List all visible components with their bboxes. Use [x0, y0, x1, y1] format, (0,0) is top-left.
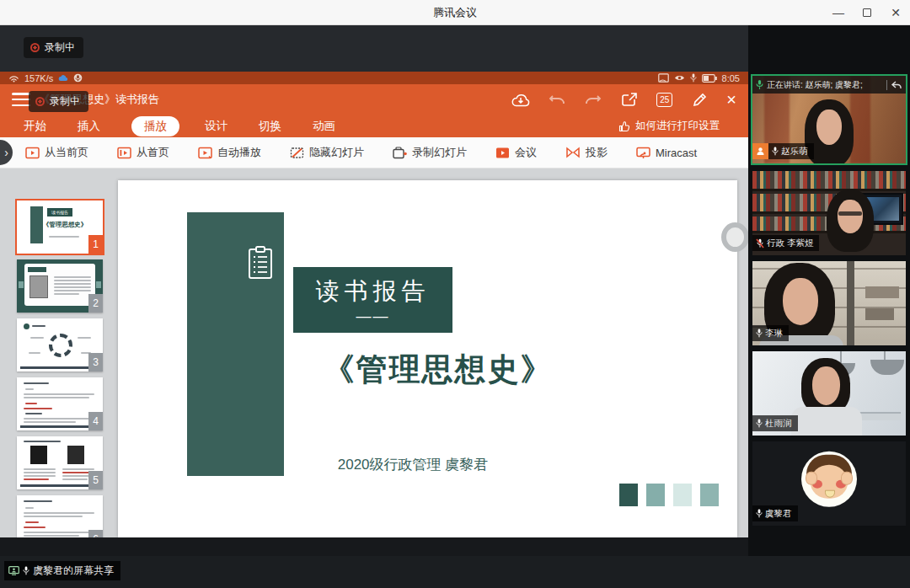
- slide-subtitle: 2020级行政管理 虞黎君: [295, 455, 531, 474]
- participants-sidebar: 正在讲话: 赵乐萌; 虞黎君; 赵乐萌: [748, 25, 910, 556]
- meeting-recording-badge: 录制中: [24, 37, 83, 58]
- thumb-portrait: [29, 275, 48, 298]
- menu-icon[interactable]: [12, 93, 30, 106]
- text-line: [24, 535, 79, 537]
- play-from-current-button[interactable]: 从当前页: [25, 145, 88, 160]
- thumb-title: 《管理思想史》: [39, 221, 91, 229]
- play-slide-icon: [25, 147, 40, 159]
- thumbnail-slide-2[interactable]: 2: [17, 259, 103, 313]
- participant-name-chip: 虞黎君: [752, 505, 798, 521]
- screen-share-badge[interactable]: 虞黎君的屏幕共享: [4, 561, 120, 580]
- decor-square: [646, 484, 665, 506]
- status-right: 8:05: [658, 73, 740, 83]
- thumbnail-slide-4[interactable]: 4: [17, 377, 103, 430]
- text-line: [25, 521, 39, 523]
- video-tile-yulijun[interactable]: 虞黎君: [752, 441, 906, 526]
- wps-close-icon[interactable]: ×: [726, 91, 736, 108]
- autoplay-icon: [198, 147, 212, 159]
- recording-label: 录制中: [45, 40, 75, 55]
- hide-slide-button[interactable]: 隐藏幻灯片: [290, 145, 364, 160]
- text-line: [25, 388, 34, 390]
- slide-title-badge: 读书报告 ——: [293, 267, 452, 333]
- nav-arrow-right: [96, 281, 101, 288]
- video-tile-zhaolemeng[interactable]: 正在讲话: 赵乐萌; 虞黎君; 赵乐萌: [752, 76, 906, 163]
- thumb-dot: [24, 323, 29, 329]
- scroll-handle[interactable]: [721, 222, 749, 252]
- host-badge-icon: [752, 143, 768, 159]
- tab-home[interactable]: 开始: [24, 119, 46, 134]
- text-line: [25, 507, 34, 509]
- text-line: [24, 516, 83, 517]
- thumb-portrait: [30, 446, 47, 464]
- text-line: [24, 475, 56, 477]
- meeting-icon: [495, 147, 510, 159]
- thumbs-up-icon: [618, 120, 630, 132]
- thumbnail-slide-6[interactable]: 6: [17, 495, 103, 537]
- main-slide-canvas[interactable]: 读书报告 —— 《管理思想史》 2020级行政管理 虞黎君: [118, 180, 737, 537]
- text-line: [54, 276, 91, 278]
- mic-status-icon: [73, 73, 83, 83]
- slide-number-badge: 1: [88, 235, 103, 254]
- tab-insert[interactable]: 插入: [78, 119, 100, 134]
- text-line: [24, 421, 76, 423]
- thumb-label: [28, 267, 46, 272]
- text-line: [78, 337, 91, 339]
- cloud-save-icon[interactable]: [511, 90, 530, 109]
- name-row: 杜雨润: [752, 415, 798, 431]
- thumbnail-slide-1[interactable]: 读书报告 《管理思想史》 1: [17, 200, 103, 254]
- projector-icon: [565, 147, 581, 158]
- play-from-start-button[interactable]: 从首页: [117, 145, 169, 160]
- screen-recording-badge: 录制中: [29, 91, 88, 112]
- mic-muted-icon: [756, 238, 764, 249]
- decor-square: [700, 484, 719, 506]
- autoplay-button[interactable]: 自动播放: [198, 145, 261, 160]
- network-speed-icon: [8, 74, 19, 83]
- thumb-title-badge: 读书报告: [47, 208, 72, 216]
- minimize-button[interactable]: —: [831, 5, 846, 20]
- text-line: [54, 280, 91, 281]
- mic-icon: [756, 329, 763, 338]
- share-icon[interactable]: [620, 90, 639, 109]
- clipboard-icon: [248, 246, 273, 280]
- text-line: [24, 441, 61, 442]
- video-tile-lilin[interactable]: 李琳: [752, 261, 906, 345]
- miracast-button[interactable]: Miracast: [636, 147, 697, 159]
- slide-number-badge: 4: [88, 412, 103, 430]
- window-titlebar: 腾讯会议 — ✕: [0, 0, 910, 25]
- cloud-sync-icon: [58, 75, 68, 82]
- screen-share-icon: [8, 566, 19, 575]
- hide-slide-icon: [290, 147, 304, 159]
- thumbnail-slide-5[interactable]: 5: [17, 436, 103, 489]
- close-button[interactable]: ✕: [888, 5, 903, 20]
- tab-animation[interactable]: 动画: [313, 119, 335, 134]
- page-count-badge[interactable]: 25: [656, 93, 672, 107]
- record-slide-button[interactable]: 录制幻灯片: [393, 145, 467, 160]
- participant-name-chip: 行政 李紫煜: [752, 235, 819, 251]
- project-button[interactable]: 投影: [565, 145, 608, 160]
- print-settings-tip[interactable]: 如何进行打印设置: [618, 119, 720, 133]
- reply-arrow-icon[interactable]: [891, 80, 902, 90]
- decor-square: [673, 484, 692, 506]
- play-first-icon: [117, 147, 131, 159]
- meeting-button[interactable]: 会议: [495, 145, 537, 160]
- video-tile-duyurun[interactable]: 杜雨润: [752, 351, 906, 436]
- text-line: [24, 478, 49, 480]
- miracast-icon: [636, 147, 650, 159]
- text-line: [24, 500, 52, 502]
- tab-transition[interactable]: 切换: [259, 119, 281, 134]
- undo-icon[interactable]: [548, 90, 566, 109]
- mic-icon: [756, 509, 763, 518]
- screen-share-label: 虞黎君的屏幕共享: [33, 564, 114, 578]
- slide-number-badge: 2: [88, 294, 103, 313]
- video-tile-lizitong[interactable]: 行政 李紫煜: [752, 171, 906, 255]
- shared-screen-region: 录制中 157K/s: [0, 25, 748, 556]
- maximize-button[interactable]: [859, 5, 875, 20]
- tab-play[interactable]: 播放: [131, 116, 179, 136]
- shelf-books: [865, 308, 894, 320]
- redo-icon[interactable]: [584, 90, 602, 109]
- tab-design[interactable]: 设计: [205, 119, 228, 134]
- thumbnail-slide-3[interactable]: 3: [17, 318, 103, 372]
- edit-pencil-icon[interactable]: [690, 90, 709, 109]
- slide-decor-squares: [619, 484, 719, 506]
- text-line: [54, 293, 79, 295]
